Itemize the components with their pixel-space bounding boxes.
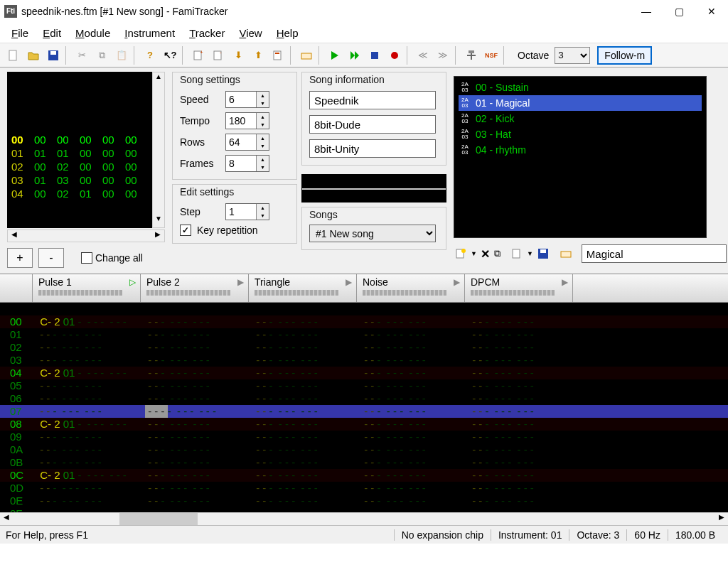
- pattern-row[interactable]: 0D - - - - - - - - - - - - - - - - - - -…: [0, 482, 728, 495]
- dropdown-icon[interactable]: ▼: [471, 250, 477, 257]
- speed-input[interactable]: ▲▼: [225, 91, 269, 108]
- follow-mode-button[interactable]: Follow-m: [597, 46, 652, 65]
- forward-icon[interactable]: ≫: [434, 46, 452, 65]
- paste-icon[interactable]: 📋: [112, 46, 131, 65]
- instrument-item[interactable]: 2A0303 - Hat: [459, 126, 702, 142]
- frame-row[interactable]: 000000000000: [11, 133, 148, 146]
- pattern-row[interactable]: 04 C- 2 01 - - - - - - - - - - - - - - -…: [0, 367, 728, 379]
- instrument-item[interactable]: 2A0301 - Magical: [459, 95, 702, 111]
- menu-instrument[interactable]: Instrument: [119, 24, 181, 42]
- instrument-new-icon[interactable]: [454, 244, 468, 263]
- new-file-icon[interactable]: [4, 46, 23, 65]
- instrument-clone-icon[interactable]: ⧉: [493, 244, 501, 263]
- frame-row[interactable]: 010101000000: [11, 146, 148, 160]
- edit-settings-group: Edit settings Step▲▼ ✓ Key repetition: [172, 184, 297, 244]
- song-author-input[interactable]: [309, 115, 436, 134]
- channel-header[interactable]: Pulse 1▷: [33, 274, 141, 302]
- pattern-row[interactable]: 0B - - - - - - - - - - - - - - - - - - -…: [0, 456, 728, 469]
- pattern-row[interactable]: 05 - - - - - - - - - - - - - - - - - - -…: [0, 379, 728, 392]
- record-icon[interactable]: [385, 46, 404, 65]
- menubar: FileEditModuleInstrumentTrackerViewHelp: [0, 23, 728, 43]
- octave-select[interactable]: 3: [555, 47, 590, 64]
- frame-scrollbar-v[interactable]: ▲▼: [152, 72, 165, 228]
- pattern-row[interactable]: 07 - - - - - - - - - - - - - - - - - - -…: [0, 405, 728, 418]
- pattern-row[interactable]: 08 C- 2 01 - - - - - - - - - - - - - - -…: [0, 418, 728, 431]
- instrument-list[interactable]: 2A0300 - Sustain2A0301 - Magical2A0302 -…: [454, 76, 707, 238]
- song-name-input[interactable]: [309, 91, 436, 109]
- save-file-icon[interactable]: [44, 46, 63, 65]
- key-repetition-checkbox[interactable]: ✓: [180, 225, 191, 236]
- copy-icon[interactable]: ⧉: [92, 46, 111, 65]
- instrument-item[interactable]: 2A0300 - Sustain: [459, 80, 702, 95]
- instrument-edit-icon[interactable]: [559, 244, 573, 263]
- menu-edit[interactable]: Edit: [37, 24, 67, 42]
- cursor-icon[interactable]: ↖?: [161, 46, 179, 65]
- channel-header[interactable]: Pulse 2▶: [141, 274, 249, 302]
- menu-file[interactable]: File: [6, 24, 34, 42]
- rewind-icon[interactable]: ≪: [414, 46, 432, 65]
- pattern-row[interactable]: 0E - - - - - - - - - - - - - - - - - - -…: [0, 495, 728, 507]
- pattern-editor[interactable]: 00 C- 2 01 - - - - - - - - - - - - - - -…: [0, 303, 728, 512]
- dropdown-icon[interactable]: ▼: [527, 250, 533, 257]
- instrument-delete-icon[interactable]: ✕: [480, 244, 491, 263]
- channel-header[interactable]: Noise▶: [357, 274, 465, 302]
- pattern-row[interactable]: 02 - - - - - - - - - - - - - - - - - - -…: [0, 341, 728, 354]
- open-file-icon[interactable]: [24, 46, 43, 65]
- song-copyright-input[interactable]: [309, 139, 436, 158]
- svg-rect-15: [513, 249, 520, 258]
- instrument-save-icon[interactable]: [536, 244, 550, 263]
- frame-remove-button[interactable]: -: [38, 248, 64, 268]
- frame-list[interactable]: 0000000000000101010000000200020000000301…: [7, 72, 152, 228]
- instrument-import-icon[interactable]: [510, 244, 524, 263]
- menu-module[interactable]: Module: [70, 24, 116, 42]
- channel-headers: Pulse 1▷Pulse 2▶Triangle▶Noise▶DPCM▶: [0, 274, 728, 303]
- module-add-icon[interactable]: +: [189, 46, 208, 65]
- rows-input[interactable]: ▲▼: [225, 134, 269, 151]
- play-icon[interactable]: [326, 46, 344, 65]
- change-all-checkbox[interactable]: [81, 252, 92, 264]
- svg-text:-: -: [220, 49, 222, 55]
- cut-icon[interactable]: ✂: [73, 46, 91, 65]
- pattern-row[interactable]: 09 - - - - - - - - - - - - - - - - - - -…: [0, 431, 728, 443]
- help-icon[interactable]: ?: [141, 46, 159, 65]
- frame-add-button[interactable]: +: [7, 248, 33, 268]
- stop-icon[interactable]: [365, 46, 384, 65]
- menu-help[interactable]: Help: [271, 24, 304, 42]
- module-remove-icon[interactable]: -: [209, 46, 228, 65]
- arrow-up-icon[interactable]: ⬆: [249, 46, 267, 65]
- settings-icon[interactable]: [462, 46, 481, 65]
- module-props-icon[interactable]: [269, 46, 287, 65]
- pattern-row[interactable]: 03 - - - - - - - - - - - - - - - - - - -…: [0, 354, 728, 367]
- pattern-row[interactable]: 0C C- 2 01 - - - - - - - - - - - - - - -…: [0, 469, 728, 482]
- instrument-item[interactable]: 2A0302 - Kick: [459, 111, 702, 126]
- minimize-button[interactable]: ―: [630, 0, 663, 22]
- frame-row[interactable]: 020002000000: [11, 160, 148, 173]
- pattern-row[interactable]: 00 C- 2 01 - - - - - - - - - - - - - - -…: [0, 315, 728, 328]
- menu-view[interactable]: View: [233, 24, 267, 42]
- play-loop-icon[interactable]: [346, 46, 364, 65]
- songs-select[interactable]: #1 New song: [309, 225, 436, 242]
- channel-header[interactable]: Triangle▶: [249, 274, 357, 302]
- channel-header[interactable]: DPCM▶: [465, 274, 573, 302]
- instrument-edit-icon[interactable]: [297, 46, 316, 65]
- pattern-scrollbar-h[interactable]: ◀▶: [0, 512, 728, 525]
- menu-tracker[interactable]: Tracker: [183, 24, 230, 42]
- step-input[interactable]: ▲▼: [225, 203, 269, 220]
- instrument-item[interactable]: 2A0304 - rhythm: [459, 142, 702, 158]
- pattern-row[interactable]: 0F - - - - - - - - - - - - - - - - - - -…: [0, 507, 728, 512]
- pattern-row[interactable]: 0A - - - - - - - - - - - - - - - - - - -…: [0, 443, 728, 456]
- close-button[interactable]: ✕: [695, 0, 728, 22]
- tempo-label: Tempo: [180, 115, 220, 126]
- tempo-input[interactable]: ▲▼: [225, 112, 269, 129]
- nsf-export-icon[interactable]: NSF: [482, 46, 500, 65]
- maximize-button[interactable]: ▢: [663, 0, 695, 22]
- svg-rect-18: [561, 252, 571, 257]
- arrow-down-icon[interactable]: ⬇: [229, 46, 247, 65]
- instrument-name-input[interactable]: [582, 244, 727, 263]
- pattern-row[interactable]: 06 - - - - - - - - - - - - - - - - - - -…: [0, 392, 728, 405]
- frames-input[interactable]: ▲▼: [225, 155, 269, 172]
- frame-row[interactable]: 040002010000: [11, 187, 148, 200]
- frame-scrollbar-h[interactable]: ◀▶: [7, 230, 165, 242]
- pattern-row[interactable]: 01 - - - - - - - - - - - - - - - - - - -…: [0, 328, 728, 341]
- frame-row[interactable]: 030103000000: [11, 173, 148, 187]
